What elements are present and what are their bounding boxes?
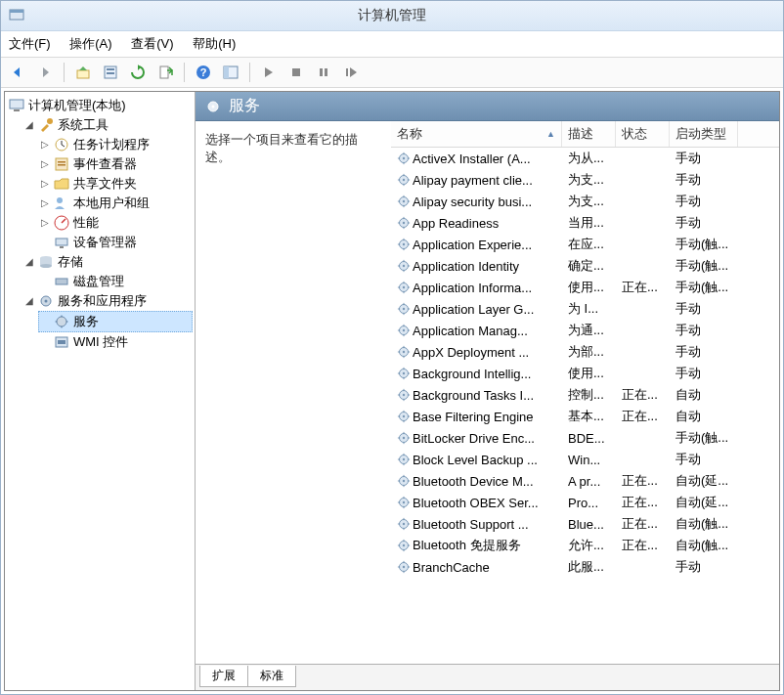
svg-point-54: [403, 329, 405, 331]
list-header: 名称▲ 描述 状态 启动类型: [391, 121, 779, 148]
service-row[interactable]: Application Experie...在应...手动(触...: [391, 234, 779, 255]
tree-shared-folders[interactable]: ▷共享文件夹: [38, 174, 193, 194]
storage-icon: [38, 254, 54, 270]
svg-point-58: [403, 372, 405, 374]
gear-icon: [397, 302, 411, 316]
tree-performance[interactable]: ▷性能: [38, 213, 193, 233]
expand-icon[interactable]: ▷: [40, 194, 50, 213]
service-name: Application Layer G...: [413, 302, 534, 317]
show-hide-button[interactable]: [220, 62, 241, 83]
service-row[interactable]: Background Intellig...使用...手动: [391, 363, 779, 384]
expand-icon[interactable]: ▷: [40, 154, 50, 174]
refresh-button[interactable]: [127, 62, 149, 83]
service-row[interactable]: Block Level Backup ...Win...手动: [391, 449, 779, 470]
service-row[interactable]: Application Layer G...为 I...手动: [391, 298, 779, 320]
service-name: Application Manag...: [413, 324, 528, 338]
service-row[interactable]: Bluetooth 免提服务允许...正在...自动(触...: [391, 535, 779, 556]
service-desc: 为通...: [562, 322, 616, 339]
menu-file[interactable]: 文件(F): [9, 36, 51, 51]
expand-icon[interactable]: ▷: [40, 135, 50, 154]
tree-services-apps[interactable]: ◢服务和应用程序: [22, 291, 193, 311]
service-row[interactable]: Bluetooth Device M...A pr...正在...自动(延...: [391, 470, 779, 492]
gear-icon: [397, 410, 411, 423]
collapse-icon[interactable]: ◢: [24, 115, 34, 135]
service-name: AppX Deployment ...: [413, 345, 529, 360]
tree-task-scheduler[interactable]: ▷任务计划程序: [38, 135, 193, 154]
gear-icon: [397, 259, 411, 273]
service-desc: 使用...: [562, 279, 616, 296]
menu-help[interactable]: 帮助(H): [193, 36, 236, 51]
col-startup[interactable]: 启动类型: [670, 121, 738, 147]
tree-local-users[interactable]: ▷本地用户和组: [38, 194, 193, 213]
service-name: Application Experie...: [413, 238, 532, 252]
expand-icon[interactable]: ▷: [40, 213, 50, 233]
svg-point-46: [403, 243, 405, 245]
pause-button[interactable]: [313, 62, 334, 83]
service-row[interactable]: Alipay security busi...为支...手动: [391, 191, 779, 212]
nav-tree[interactable]: 计算机管理(本地) ◢ 系统工具 ▷任务计划程序 ▷事件查看器: [5, 92, 196, 690]
service-name: BranchCache: [413, 560, 490, 575]
stop-button[interactable]: [285, 62, 307, 83]
service-state: 正在...: [616, 386, 670, 404]
collapse-icon[interactable]: ◢: [24, 252, 34, 272]
tree-device-manager[interactable]: 设备管理器: [38, 233, 193, 252]
service-row[interactable]: AppX Deployment ...为部...手动: [391, 341, 779, 363]
tree-root[interactable]: 计算机管理(本地): [7, 96, 193, 115]
wmi-icon: [54, 334, 69, 350]
service-list[interactable]: ActiveX Installer (A...为从...手动Alipay pay…: [391, 148, 779, 664]
service-row[interactable]: Application Manag...为通...手动: [391, 320, 779, 341]
service-row[interactable]: Application Identity确定...手动(触...: [391, 255, 779, 277]
users-icon: [54, 195, 69, 211]
detail-header: 服务: [196, 92, 779, 121]
service-row[interactable]: Alipay payment clie...为支...手动: [391, 169, 779, 191]
help-button[interactable]: ?: [193, 62, 214, 83]
tree-storage[interactable]: ◢存储: [22, 252, 193, 272]
menu-view[interactable]: 查看(V): [131, 36, 173, 51]
service-desc: Win...: [562, 453, 616, 467]
service-row[interactable]: App Readiness当用...手动: [391, 212, 779, 234]
expand-icon[interactable]: ▷: [40, 174, 50, 194]
menu-action[interactable]: 操作(A): [69, 36, 111, 51]
col-desc[interactable]: 描述: [562, 121, 616, 147]
service-row[interactable]: Bluetooth OBEX Ser...Pro...正在...自动(延...: [391, 492, 779, 513]
service-startup: 手动(触...: [670, 429, 738, 447]
service-desc: BDE...: [562, 431, 616, 446]
tree-services[interactable]: 服务: [38, 311, 193, 332]
tree-event-viewer[interactable]: ▷事件查看器: [38, 154, 193, 174]
export-button[interactable]: [154, 62, 176, 83]
tree-system-tools[interactable]: ◢ 系统工具: [22, 115, 193, 135]
svg-point-17: [47, 118, 53, 124]
svg-point-32: [57, 317, 66, 326]
back-button[interactable]: [7, 62, 28, 83]
service-row[interactable]: Bluetooth Support ...Blue...正在...自动(触...: [391, 513, 779, 535]
svg-point-68: [403, 480, 405, 482]
play-button[interactable]: [258, 62, 280, 83]
svg-rect-20: [58, 161, 65, 163]
forward-button[interactable]: [34, 62, 56, 83]
svg-rect-14: [346, 68, 348, 76]
computer-icon: [9, 98, 24, 113]
tab-standard[interactable]: 标准: [247, 666, 296, 687]
tree-wmi[interactable]: WMI 控件: [38, 332, 193, 352]
service-row[interactable]: ActiveX Installer (A...为从...手动: [391, 148, 779, 169]
collapse-icon[interactable]: ◢: [24, 291, 34, 311]
service-row[interactable]: Application Informa...使用...正在...手动(触...: [391, 277, 779, 298]
gear-icon: [397, 173, 411, 187]
service-row[interactable]: BranchCache此服...手动: [391, 556, 779, 578]
service-row[interactable]: Background Tasks I...控制...正在...自动: [391, 384, 779, 406]
up-button[interactable]: [72, 62, 94, 83]
service-row[interactable]: BitLocker Drive Enc...BDE...手动(触...: [391, 427, 779, 449]
service-name: Base Filtering Engine: [413, 410, 534, 424]
service-startup: 手动: [670, 214, 738, 232]
tab-extended[interactable]: 扩展: [199, 666, 248, 687]
menubar: 文件(F) 操作(A) 查看(V) 帮助(H): [1, 31, 783, 58]
service-startup: 自动(触...: [670, 515, 738, 533]
col-name[interactable]: 名称▲: [391, 121, 562, 147]
restart-button[interactable]: [340, 62, 362, 83]
service-desc: 当用...: [562, 214, 616, 232]
properties-button[interactable]: [100, 62, 121, 83]
svg-rect-4: [107, 68, 114, 70]
service-row[interactable]: Base Filtering Engine基本...正在...自动: [391, 406, 779, 427]
tree-disk-mgmt[interactable]: 磁盘管理: [38, 272, 193, 291]
col-state[interactable]: 状态: [616, 121, 670, 147]
